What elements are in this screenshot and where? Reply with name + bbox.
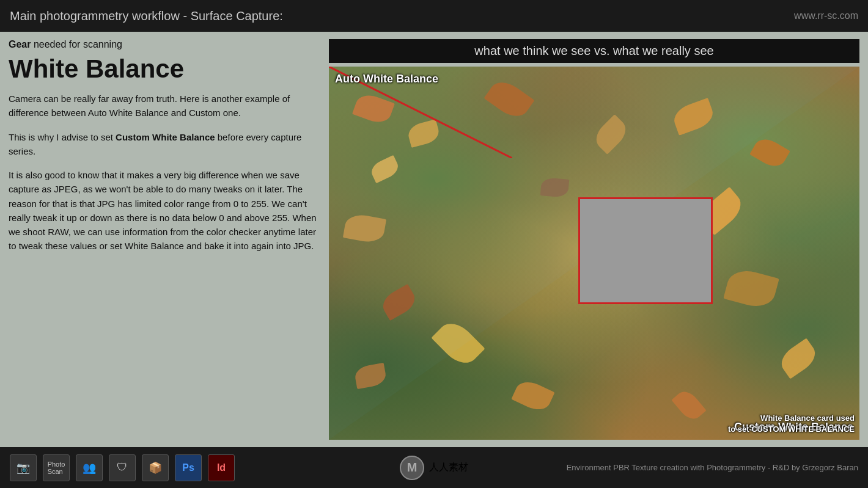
comparison-header: what we think we see vs. what we really … [329,39,859,63]
top-bar: Main photogrammetry workflow - Surface C… [0,0,868,32]
center-subtext: 人人素材 [429,461,468,474]
top-bar-title: Main photogrammetry workflow - Surface C… [10,9,283,23]
shield-icon[interactable]: 🛡 [109,454,136,481]
auto-wb-label: Auto White Balance [335,73,438,86]
ps-icon[interactable]: Ps [175,454,202,481]
center-logo: M [400,456,424,480]
paragraph-3: It is also good to know that it makes a … [9,168,320,253]
main-content: Gear needed for scanning White Balance C… [0,32,868,447]
para2-bold: Custom White Balance [116,132,215,142]
people-icon[interactable]: 👥 [76,454,103,481]
watermark-url: www.rr-sc.com [794,10,858,21]
gear-suffix: needed for scanning [34,39,122,49]
wb-card-annotation: White Balance card used to set CUSTOM WH… [728,413,855,435]
photoscan-icon[interactable]: PhotoScan [43,454,70,481]
bottom-right-text: Environment PBR Texture creation with Ph… [567,463,858,472]
right-panel: what we think we see vs. what we really … [329,39,859,440]
bottom-bar: 📷 PhotoScan 👥 🛡 📦 Ps Id M 人人素材 Environme… [0,447,868,488]
bottom-center: M 人人素材 [400,456,468,480]
gray-card [578,197,713,304]
wb-card-line1: White Balance card used [728,413,855,424]
camera-icon[interactable]: 📷 [10,454,37,481]
paragraph-1: Camera can be really far away from truth… [9,92,320,120]
body-text: Camera can be really far away from truth… [9,92,320,263]
wb-card-line2: to set CUSTOM WHITE BALANCE [728,424,855,435]
gear-bold: Gear [9,39,31,49]
paragraph-2: This is why I advise to set Custom White… [9,130,320,159]
image-container: Auto White Balance Custom White Balance … [329,67,859,440]
wb-title: White Balance [9,55,320,83]
left-panel: Gear needed for scanning White Balance C… [9,39,320,440]
id-icon[interactable]: Id [208,454,235,481]
gear-heading: Gear needed for scanning [9,39,320,50]
box-icon[interactable]: 📦 [142,454,169,481]
